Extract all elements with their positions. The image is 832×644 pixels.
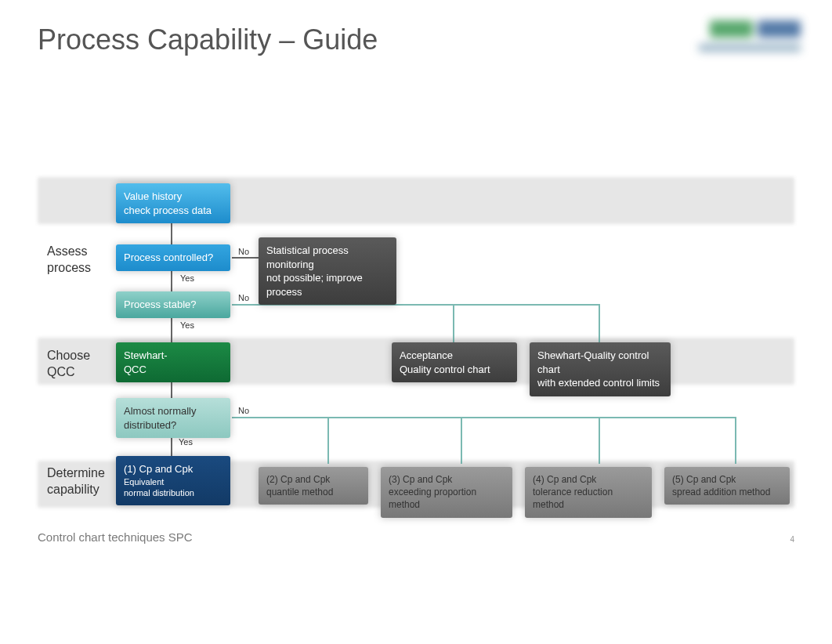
box-almost-normal: Almost normally distributed?	[116, 398, 230, 438]
box-stewhart-qcc: Stewhart- QCC	[116, 342, 230, 382]
method-4-sub: tolerance reduction method	[533, 486, 644, 511]
connector	[327, 417, 329, 464]
method-3-title: (3) Cp and Cpk	[389, 473, 505, 486]
box-method-5: (5) Cp and Cpk spread addition method	[664, 467, 790, 505]
box-method-3: (3) Cp and Cpk exceeding proportion meth…	[381, 467, 512, 518]
box-method-2: (2) Cp and Cpk quantile method	[259, 467, 368, 505]
method-3-sub: exceeding proportion method	[389, 486, 505, 511]
method-4-title: (4) Cp and Cpk	[533, 473, 644, 486]
box-process-stable: Process stable?	[116, 291, 230, 318]
brand-logo	[699, 20, 801, 52]
connector	[599, 417, 600, 464]
label-yes-almost: Yes	[179, 437, 193, 447]
page-number: 4	[790, 535, 794, 544]
box-method-1: (1) Cp and Cpk Equivalent normal distrib…	[116, 456, 230, 505]
diagram-canvas: Assess process Choose QCC Determine capa…	[38, 161, 794, 522]
box-shewhart-extended: Shewhart-Quality control chart with exte…	[530, 342, 671, 396]
label-no-almost: No	[238, 406, 249, 415]
connector	[599, 304, 600, 343]
method-1-sub: Equivalent normal distribution	[124, 476, 222, 500]
connector	[453, 304, 454, 343]
box-not-possible: Statistical process monitoring not possi…	[259, 237, 396, 305]
slide: Process Capability – Guide Assess proces…	[0, 0, 832, 644]
box-value-history: Value history check process data	[116, 183, 230, 223]
slide-title: Process Capability – Guide	[38, 24, 794, 56]
connector	[461, 417, 462, 464]
method-2-title: (2) Cp and Cpk	[266, 473, 360, 486]
row-label-assess: Assess process	[47, 244, 91, 277]
footer-text: Control chart techniques SPC	[38, 530, 193, 544]
connector	[735, 417, 736, 464]
label-yes-controlled: Yes	[180, 273, 194, 283]
label-no-stable: No	[238, 293, 249, 302]
row-label-choose: Choose QCC	[47, 348, 90, 381]
method-5-sub: spread addition method	[672, 486, 782, 498]
label-yes-stable: Yes	[180, 320, 194, 330]
method-2-sub: quantile method	[266, 486, 360, 498]
box-process-controlled: Process controlled?	[116, 244, 230, 271]
row-label-determine: Determine capability	[47, 465, 105, 498]
method-1-title: (1) Cp and Cpk	[124, 462, 222, 476]
label-no-controlled: No	[238, 247, 249, 256]
connector	[232, 417, 736, 418]
box-method-4: (4) Cp and Cpk tolerance reduction metho…	[525, 467, 652, 518]
box-acceptance-qcc: Acceptance Quality control chart	[392, 342, 517, 382]
method-5-title: (5) Cp and Cpk	[672, 473, 782, 486]
